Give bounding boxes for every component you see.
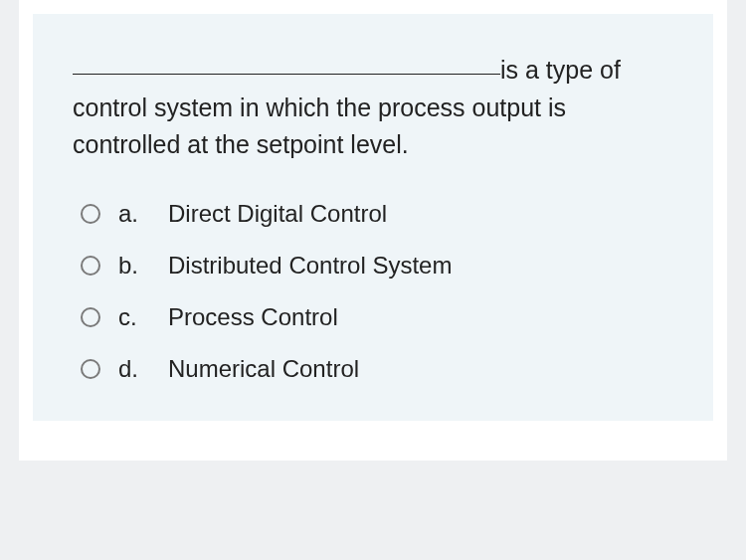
radio-d[interactable] — [81, 359, 100, 379]
question-card: is a type of control system in which the… — [33, 14, 713, 421]
option-b[interactable]: b. Distributed Control System — [81, 252, 673, 280]
option-a[interactable]: a. Direct Digital Control — [81, 200, 673, 228]
option-letter-d: d. — [118, 355, 144, 383]
option-text-d: Numerical Control — [168, 355, 359, 383]
option-text-c: Process Control — [168, 303, 338, 331]
question-text-content: is a type of control system in which the… — [73, 56, 621, 158]
radio-c[interactable] — [81, 307, 100, 327]
option-letter-b: b. — [118, 252, 144, 280]
option-d[interactable]: d. Numerical Control — [81, 355, 673, 383]
option-text-b: Distributed Control System — [168, 252, 452, 280]
options-list: a. Direct Digital Control b. Distributed… — [73, 200, 673, 383]
fill-in-blank — [73, 74, 500, 75]
option-c[interactable]: c. Process Control — [81, 303, 673, 331]
option-text-a: Direct Digital Control — [168, 200, 387, 228]
radio-a[interactable] — [81, 204, 100, 224]
option-letter-c: c. — [118, 303, 144, 331]
radio-b[interactable] — [81, 256, 100, 276]
option-letter-a: a. — [118, 200, 144, 228]
question-frame: is a type of control system in which the… — [19, 0, 727, 461]
question-text: is a type of control system in which the… — [73, 52, 673, 164]
